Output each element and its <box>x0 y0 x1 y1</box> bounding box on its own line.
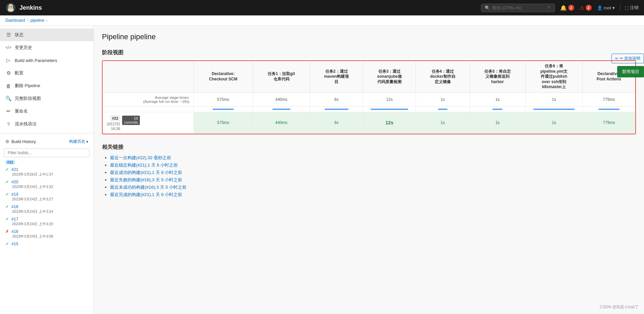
related-link-item-4: 最近未成功的构建(#16),3 天 5 小时之前 <box>110 184 636 190</box>
avg-time-4: 1s <box>416 92 470 106</box>
breadcrumb-pipeline[interactable]: pipeline <box>31 18 44 23</box>
filter-builds-input[interactable] <box>4 148 90 157</box>
build-22-badge[interactable]: #22 <box>5 160 15 165</box>
question-icon: ? <box>5 121 11 127</box>
status-icon: ☰ <box>5 32 11 38</box>
avg-bars-row <box>103 106 635 112</box>
related-link-item-0: 最近一次构建(#22),32 毫秒之前 <box>110 155 636 161</box>
bell-icon[interactable]: 🔔 <box>560 5 567 11</box>
stage-22-3[interactable]: 12s <box>363 112 416 133</box>
avg-time-7: 779ms <box>583 92 635 106</box>
alert-icon[interactable]: ⚠ <box>580 5 584 11</box>
avg-bar-0 <box>194 106 253 112</box>
page-title: Pipeline pipeline <box>102 33 636 41</box>
sidebar-item-pipeline-syntax[interactable]: ? 流水线语法 <box>0 118 94 130</box>
avg-times-row: Average stage times: (Average full run t… <box>103 92 635 106</box>
build-17-link[interactable]: #17 <box>5 217 88 222</box>
build-19-link[interactable]: #19 <box>5 192 88 197</box>
related-link-item-5: 最近完成的构建(#21),1 天 6 小时之前 <box>110 192 636 198</box>
avg-bar-meta <box>103 106 194 112</box>
stage-header-row: Declarative:Checkout SCM 任务1：拉取git仓库代码 任… <box>103 61 635 92</box>
stage-header-2: 任务2：通过maven构建项目 <box>310 61 363 92</box>
avg-bar-4 <box>416 106 470 112</box>
build-15-link[interactable]: #15 <box>5 242 88 246</box>
build-16-link[interactable]: #16 <box>5 229 88 234</box>
related-link-3[interactable]: 最近失败的构建(#16),3 天 5 小时之前 <box>110 177 182 182</box>
build-history-header: ⚙ Build History 构建历史 ▾ <box>0 136 94 147</box>
related-link-1[interactable]: 最近稳定构建(#21),1 天 6 小时之前 <box>110 163 178 168</box>
breadcrumb-dashboard[interactable]: Dashboard <box>5 18 25 23</box>
stage-table: Declarative:Checkout SCM 任务1：拉取git仓库代码 任… <box>103 61 635 134</box>
build-20-date: 2023年3月24日 上午3:32 <box>5 184 88 189</box>
build-entry-17: #17 2023年3月24日 上午3:20 <box>0 215 94 228</box>
build-22-date: 3月27日16:26 <box>107 122 120 131</box>
build-history-link[interactable]: 构建历史 ▾ <box>69 139 88 144</box>
avg-bar-2 <box>310 106 363 112</box>
build-21-link[interactable]: #21 <box>5 167 88 172</box>
header-right: 🔍 ? 🔔 2 ⚠ 2 👤 root ▾ ⬚ 注销 <box>481 4 639 12</box>
build-18-link[interactable]: #18 <box>5 204 88 209</box>
related-link-item-1: 最近稳定构建(#21),1 天 6 小时之前 <box>110 162 636 168</box>
notifications-badge: 2 <box>568 5 574 11</box>
avg-full-label: (Average full run time: ~29s) <box>107 100 190 104</box>
build-17-date: 2023年3月24日 上午3:20 <box>5 222 88 227</box>
sidebar-item-build-with-params[interactable]: ▷ Build with Parameters <box>0 54 94 67</box>
build-22-meta: #22 3月27日16:26 10commits <box>103 112 194 133</box>
avg-time-6: 1s <box>525 92 583 106</box>
build-20-link[interactable]: #20 <box>5 180 88 184</box>
build-22-num[interactable]: #22 <box>110 115 120 122</box>
related-link-0[interactable]: 最近一次构建(#22),32 毫秒之前 <box>110 155 171 160</box>
sidebar-item-changes[interactable]: </> 变更历史 <box>0 41 94 54</box>
avg-time-2: 6s <box>310 92 363 106</box>
use-project-button[interactable]: 塑用项目 <box>617 66 644 77</box>
sidebar-divider <box>0 133 94 133</box>
avg-bar-6 <box>525 106 583 112</box>
sidebar-item-delete[interactable]: 🗑 删除 Pipeline <box>0 79 94 92</box>
use-project-label: 塑用项目 <box>622 69 639 74</box>
stage-22-2[interactable]: 6s <box>310 112 363 133</box>
related-link-item-2: 最近成功的构建(#21),1 天 6 小时之前 <box>110 170 636 176</box>
svg-point-3 <box>9 6 10 7</box>
related-link-5[interactable]: 最近完成的构建(#21),1 天 6 小时之前 <box>110 192 182 197</box>
stage-22-5[interactable]: 1s <box>470 112 525 133</box>
stage-22-4[interactable]: 1s <box>416 112 470 133</box>
related-link-2[interactable]: 最近成功的构建(#21),1 天 6 小时之前 <box>110 170 182 175</box>
related-link-4[interactable]: 最近未成功的构建(#16),3 天 5 小时之前 <box>110 185 186 190</box>
avg-time-5: 1s <box>470 92 525 106</box>
sidebar-item-rename[interactable]: ✏ 重命名 <box>0 105 94 118</box>
stage-22-1[interactable]: 440ms <box>253 112 310 133</box>
stage-header-5: 任务5：将自定义镜像推送到harbor <box>470 61 525 92</box>
stage-header-0: Declarative:Checkout SCM <box>194 61 253 92</box>
svg-point-4 <box>11 6 12 7</box>
add-description-button[interactable]: ✏ ✏ 添加说明 <box>611 54 644 63</box>
notifications-group: 🔔 2 <box>560 5 574 11</box>
build-entry-16: #16 2023年3月24日 上午3:08 <box>0 228 94 240</box>
avg-label-cell: Average stage times: (Average full run t… <box>103 92 194 106</box>
logout-group[interactable]: ⬚ 注销 <box>620 5 639 11</box>
related-links-list: 最近一次构建(#22),32 毫秒之前 最近稳定构建(#21),1 天 6 小时… <box>102 155 636 198</box>
stage-22-6[interactable]: 1s <box>525 112 583 133</box>
clock-icon: ⚙ <box>5 139 9 144</box>
avg-time-3: 12s <box>363 92 416 106</box>
right-actions: ✏ ✏ 添加说明 塑用项目 <box>611 54 644 77</box>
sidebar-item-status[interactable]: ☰ 状态 <box>0 28 94 41</box>
build-row-22: #22 3月27日16:26 10commits 575ms 440ms 6s <box>103 112 635 133</box>
header: Jenkins 🔍 ? 🔔 2 ⚠ 2 👤 root ▾ ⬚ 注销 <box>0 0 644 15</box>
logout-label: 注销 <box>630 5 639 11</box>
stage-22-0[interactable]: 575ms <box>194 112 253 133</box>
sidebar-item-full-stage[interactable]: 🔍 完整阶段视图 <box>0 92 94 105</box>
breadcrumb: Dashboard › pipeline › <box>0 15 644 26</box>
search-input[interactable] <box>492 5 546 10</box>
build-22-commits[interactable]: 10commits <box>122 116 140 125</box>
avg-bar-7 <box>583 106 635 112</box>
main-layout: ☰ 状态 </> 变更历史 ▷ Build with Parameters ⚙ … <box>0 26 644 314</box>
sidebar-item-config[interactable]: ⚙ 配置 <box>0 67 94 79</box>
main-content: Pipeline pipeline 阶段视图 Declarative:Check… <box>94 26 644 314</box>
build-18-date: 2023年3月24日 上午3:24 <box>5 209 88 214</box>
user-menu[interactable]: 👤 root ▾ <box>597 5 615 10</box>
search-box[interactable]: 🔍 ? <box>481 4 555 12</box>
stage-22-7[interactable]: 779ms <box>583 112 635 133</box>
gear-icon: ⚙ <box>5 70 11 76</box>
rename-icon: ✏ <box>5 108 11 114</box>
sidebar-label-pipeline-syntax: 流水线语法 <box>15 121 37 127</box>
